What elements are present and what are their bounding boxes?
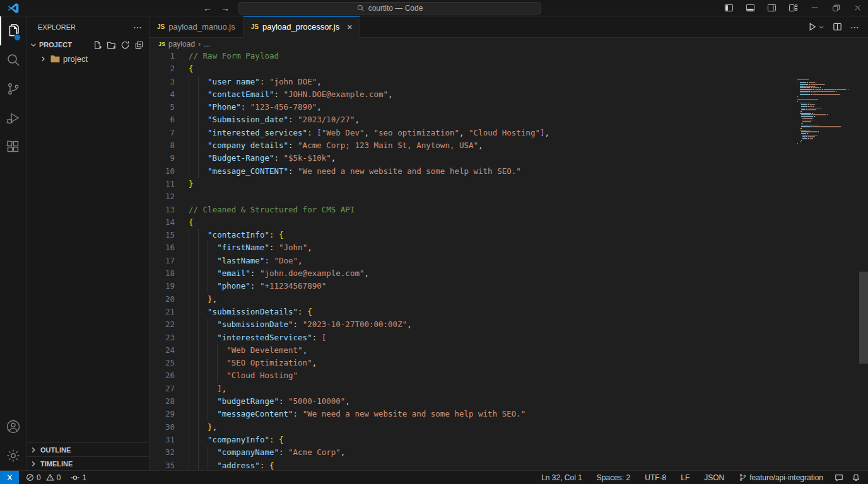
breadcrumb-file[interactable]: payload xyxy=(168,40,195,49)
code-line[interactable]: 14{ xyxy=(150,216,868,229)
timeline-label: TIMELINE xyxy=(40,460,73,468)
code-line[interactable]: 2{ xyxy=(150,62,868,75)
code-line[interactable]: 11} xyxy=(150,178,868,190)
chevron-down-icon xyxy=(818,24,824,30)
settings-gear-button[interactable] xyxy=(0,441,26,470)
collapse-all-button[interactable] xyxy=(134,40,144,50)
code-line[interactable]: 8"company details": "Acme Corp; 123 Main… xyxy=(150,139,868,152)
code-line[interactable]: 25"SEO Optimization", xyxy=(150,357,868,369)
tab-payload-processor[interactable]: JS payload_processor.js × xyxy=(243,16,361,37)
search-icon xyxy=(357,4,365,12)
timeline-section-header[interactable]: TIMELINE xyxy=(26,456,149,470)
indentation-button[interactable]: Spaces: 2 xyxy=(594,473,633,482)
code-line[interactable]: 27], xyxy=(150,383,868,395)
accounts-button[interactable] xyxy=(0,412,26,441)
line-number: 15 xyxy=(150,229,175,241)
new-file-button[interactable] xyxy=(93,40,102,50)
code-line[interactable]: 31"companyInfo": { xyxy=(150,434,868,446)
code-line[interactable]: 21"submissionDetails": { xyxy=(150,306,868,318)
activity-bar xyxy=(0,16,26,470)
activity-search-button[interactable] xyxy=(0,45,26,74)
code-line[interactable]: 19"phone": "+11234567890" xyxy=(150,280,868,292)
code-line[interactable]: 24"Web Develement", xyxy=(150,344,868,357)
activity-source-control-button[interactable] xyxy=(0,74,26,103)
tab-close-icon[interactable]: × xyxy=(347,22,352,32)
toggle-primary-sidebar-button[interactable] xyxy=(718,0,739,16)
code-line[interactable]: 23"interestedServices": [ xyxy=(150,331,868,344)
restore-button[interactable] xyxy=(825,0,847,16)
explorer-more-actions-button[interactable]: ⋯ xyxy=(133,22,143,32)
code-line[interactable]: 10"message_CONTENT": "We need a new webs… xyxy=(150,165,868,178)
notifications-bell-icon[interactable] xyxy=(852,473,860,482)
tab-payload-manuo[interactable]: JS payload_manuo.js xyxy=(150,16,243,37)
code-line[interactable]: 4"contactEmail": "JOHN.DOE@example.com", xyxy=(150,88,868,101)
activity-extensions-button[interactable] xyxy=(0,132,26,161)
code-line[interactable]: 7"interested_services": ["Web Dev", "seo… xyxy=(150,127,868,139)
toggle-secondary-sidebar-button[interactable] xyxy=(761,0,782,16)
outline-section-header[interactable]: OUTLINE xyxy=(26,442,149,456)
project-section-header[interactable]: PROJECT xyxy=(26,38,149,52)
encoding-button[interactable]: UTF-8 xyxy=(642,473,669,482)
run-file-button[interactable] xyxy=(807,22,824,32)
code-editor[interactable]: 1// Raw Form Payload2{3"user name": "joh… xyxy=(150,50,868,470)
line-number: 7 xyxy=(150,127,175,139)
code-line[interactable]: 15"contactInfo": { xyxy=(150,229,868,241)
code-lines: 1// Raw Form Payload2{3"user name": "joh… xyxy=(150,50,868,470)
close-window-button[interactable] xyxy=(847,0,868,16)
source-control-icon xyxy=(6,81,21,96)
customize-layout-button[interactable] xyxy=(782,0,804,16)
code-line[interactable]: 9"Budget-Range": "$5k-$10k", xyxy=(150,152,868,164)
remote-indicator-button[interactable] xyxy=(0,471,19,484)
line-number: 28 xyxy=(150,395,175,408)
code-line[interactable]: 12 xyxy=(150,190,868,203)
code-line[interactable]: 29"messageContent": "We need a new websi… xyxy=(150,408,868,420)
breadcrumb-more[interactable]: ... xyxy=(204,40,210,49)
new-folder-button[interactable] xyxy=(107,40,116,50)
ports-count: 1 xyxy=(82,473,86,482)
code-line[interactable]: 18"email": "john.doe@example.com", xyxy=(150,267,868,280)
code-line[interactable]: 13// Cleaned & Structured for CMS API xyxy=(150,204,868,216)
line-number: 2 xyxy=(150,62,175,75)
minimap[interactable] xyxy=(797,79,857,145)
code-line[interactable]: 3"user name": "john DOE", xyxy=(150,76,868,88)
code-line[interactable]: 20}, xyxy=(150,293,868,306)
activity-run-debug-button[interactable] xyxy=(0,103,26,132)
code-line[interactable]: 26"Cloud Hosting" xyxy=(150,369,868,382)
extensions-icon xyxy=(6,139,21,154)
problems-button[interactable]: 0 0 xyxy=(23,473,64,482)
language-mode-button[interactable]: JSON xyxy=(701,473,727,482)
git-branch-button[interactable]: feature/api-integration xyxy=(736,473,826,482)
sidebar-item-project-folder[interactable]: project xyxy=(26,52,149,66)
errors-count: 0 xyxy=(37,473,41,482)
feedback-icon[interactable] xyxy=(835,473,843,482)
vscode-logo-icon xyxy=(0,3,26,14)
command-center-search[interactable]: courtito — Code xyxy=(238,2,541,14)
ports-button[interactable]: 1 xyxy=(67,473,90,482)
code-line[interactable]: 1// Raw Form Payload xyxy=(150,50,868,62)
line-number: 18 xyxy=(150,267,175,280)
code-line[interactable]: 22"submissionDate": "2023-10-27T00:00:00… xyxy=(150,318,868,331)
toggle-panel-button[interactable] xyxy=(739,0,761,16)
ports-icon xyxy=(71,473,79,482)
status-bar: 0 0 1 Ln 32, Col 1 Spaces: 2 UTF-8 LF JS… xyxy=(0,470,868,484)
cursor-position-button[interactable]: Ln 32, Col 1 xyxy=(538,473,585,482)
vertical-scrollbar-thumb[interactable] xyxy=(859,272,868,364)
eol-button[interactable]: LF xyxy=(677,473,693,482)
code-line[interactable]: 28"budgetRange": "5000-10000", xyxy=(150,395,868,408)
nav-forward-button[interactable]: → xyxy=(221,3,230,13)
code-line[interactable]: 17"lastName": "Doe", xyxy=(150,255,868,267)
code-line[interactable]: 16"firstName": "John", xyxy=(150,241,868,254)
breadcrumb[interactable]: JS payload › ... xyxy=(150,38,868,50)
editor-more-actions-button[interactable]: ⋯ xyxy=(850,22,859,32)
activity-explorer-button[interactable] xyxy=(0,16,26,45)
nav-back-button[interactable]: ← xyxy=(203,3,212,13)
minimize-button[interactable] xyxy=(804,0,825,16)
code-line[interactable]: 35"address": { xyxy=(150,459,868,471)
outline-label: OUTLINE xyxy=(40,446,71,454)
code-line[interactable]: 6"Submission_date": "2023/10/27", xyxy=(150,113,868,126)
refresh-button[interactable] xyxy=(120,40,130,50)
code-line[interactable]: 32"companyName": "Acme Corp", xyxy=(150,446,868,459)
code-line[interactable]: 5"Phone": "123-456-7890", xyxy=(150,101,868,113)
code-line[interactable]: 30}, xyxy=(150,421,868,434)
split-editor-button[interactable] xyxy=(833,22,842,32)
